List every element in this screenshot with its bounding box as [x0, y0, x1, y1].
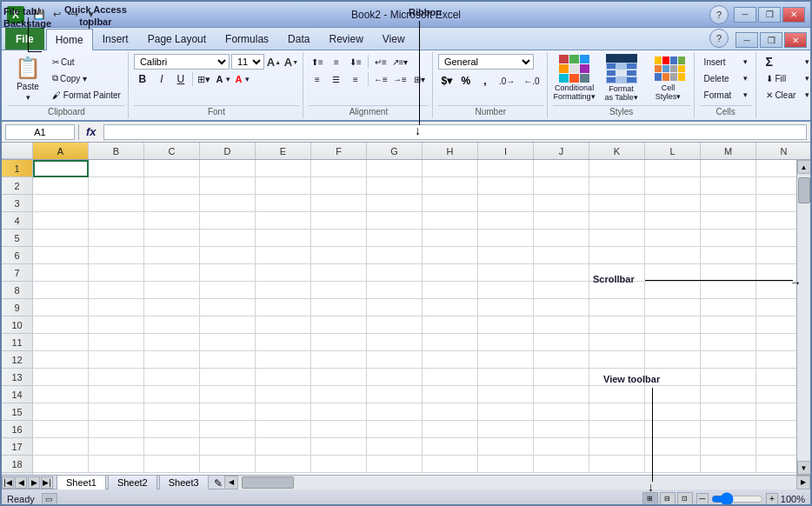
cell-L1[interactable] [645, 160, 701, 177]
align-bottom-button[interactable]: ⬇≡ [347, 54, 364, 70]
page-layout-indicator[interactable]: ▭ [42, 493, 57, 505]
insert-cells-button[interactable]: Insert▾ [700, 54, 752, 70]
page-break-view-button[interactable]: ⊡ [677, 492, 693, 506]
sheet-tab-1[interactable]: Sheet1 [57, 475, 106, 489]
sheet-first-button[interactable]: |◀ [2, 476, 14, 489]
number-format-select[interactable]: General [438, 54, 534, 70]
zoom-in-button[interactable]: + [766, 493, 778, 505]
font-grow-button[interactable]: A▲ [266, 54, 282, 70]
scroll-right-arrow[interactable]: ▶ [796, 476, 810, 489]
tab-data[interactable]: Data [278, 28, 319, 50]
row-num-8[interactable]: 8 [2, 282, 32, 299]
cell-H1[interactable] [423, 160, 478, 177]
scroll-thumb-h[interactable] [242, 476, 294, 489]
quick-access-dropdown[interactable]: ▾ [83, 7, 99, 23]
row-num-17[interactable]: 17 [2, 438, 32, 456]
row-num-3[interactable]: 3 [2, 195, 32, 212]
decrease-decimal-button[interactable]: ←.0 [520, 73, 542, 89]
font-shrink-button[interactable]: A▼ [283, 54, 299, 70]
align-middle-button[interactable]: ≡ [328, 54, 345, 70]
format-as-table-button[interactable]: Formatas Table▾ [600, 54, 643, 103]
scroll-thumb-v[interactable] [798, 177, 810, 203]
minimize-button[interactable]: ─ [734, 7, 756, 23]
orientation-button[interactable]: ↗≡▾ [391, 54, 409, 70]
conditional-formatting-button[interactable]: ConditionalFormatting▾ [553, 54, 596, 103]
merge-center-button[interactable]: ⊞▾ [410, 71, 429, 87]
tab-home[interactable]: Home [46, 29, 93, 50]
row-num-15[interactable]: 15 [2, 403, 32, 421]
ribbon-help-button[interactable]: ? [709, 29, 729, 48]
row-num-9[interactable]: 9 [2, 299, 32, 316]
clear-button[interactable]: ✕ Clear▾ [762, 87, 810, 103]
cell-styles-button[interactable]: CellStyles▾ [647, 54, 690, 103]
cell-C1[interactable] [144, 160, 200, 177]
normal-view-button[interactable]: ⊞ [642, 492, 658, 506]
scroll-up-arrow[interactable]: ▲ [797, 160, 811, 174]
cell-E1[interactable] [256, 160, 311, 177]
copy-button[interactable]: ⧉ Copy ▾ [49, 70, 124, 86]
row-num-2[interactable]: 2 [2, 177, 32, 195]
increase-indent-button[interactable]: →≡ [391, 71, 409, 87]
font-size-select[interactable]: 11 [231, 54, 264, 70]
italic-button[interactable]: I [153, 71, 170, 87]
tab-file[interactable]: File [5, 28, 44, 50]
sheet-tab-3[interactable]: Sheet3 [159, 475, 209, 489]
row-num-13[interactable]: 13 [2, 369, 32, 386]
tab-page-layout[interactable]: Page Layout [138, 28, 216, 50]
app-restore-button[interactable]: ❒ [760, 32, 782, 48]
tab-insert[interactable]: Insert [93, 28, 138, 50]
horizontal-scrollbar[interactable]: ◀ ▶ [224, 476, 810, 489]
col-header-L[interactable]: L [645, 143, 701, 159]
cut-button[interactable]: ✂ Cut [49, 54, 124, 70]
corner-cell[interactable] [2, 143, 33, 159]
format-cells-button[interactable]: Format▾ [700, 87, 752, 103]
col-header-J[interactable]: J [534, 143, 589, 159]
add-sheet-button[interactable]: ✎ [212, 476, 224, 489]
fill-button[interactable]: ⬇ Fill▾ [762, 70, 810, 86]
align-center-button[interactable]: ☰ [328, 71, 345, 87]
col-header-F[interactable]: F [311, 143, 367, 159]
cell-K1[interactable] [589, 160, 645, 177]
save-button[interactable]: 💾 [31, 7, 47, 23]
align-top-button[interactable]: ⬆≡ [309, 54, 326, 70]
bold-button[interactable]: B [134, 71, 151, 87]
redo-button[interactable]: ↪ [66, 7, 82, 23]
sheet-prev-button[interactable]: ◀ [15, 476, 27, 489]
dollar-button[interactable]: $▾ [438, 73, 456, 89]
restore-button[interactable]: ❒ [758, 7, 781, 23]
cell-N1[interactable] [756, 160, 796, 177]
cell-A1[interactable] [33, 160, 89, 177]
row-num-1[interactable]: 1 [2, 160, 32, 177]
vertical-scrollbar[interactable]: ▲ ▼ [796, 160, 810, 475]
row-num-16[interactable]: 16 [2, 421, 32, 438]
format-painter-button[interactable]: 🖌 Format Painter [49, 87, 124, 103]
formula-input[interactable] [103, 124, 807, 140]
cell-M1[interactable] [701, 160, 756, 177]
row-num-14[interactable]: 14 [2, 386, 32, 403]
sheet-last-button[interactable]: ▶| [41, 476, 53, 489]
align-left-button[interactable]: ≡ [309, 71, 326, 87]
col-header-H[interactable]: H [423, 143, 478, 159]
col-header-B[interactable]: B [89, 143, 144, 159]
col-header-G[interactable]: G [367, 143, 423, 159]
row-num-11[interactable]: 11 [2, 334, 32, 351]
zoom-out-button[interactable]: ─ [696, 493, 709, 505]
col-header-D[interactable]: D [200, 143, 256, 159]
comma-button[interactable]: , [476, 73, 494, 89]
undo-button[interactable]: ↩ [49, 7, 64, 23]
underline-button[interactable]: U [172, 71, 190, 87]
sheet-next-button[interactable]: ▶ [28, 476, 40, 489]
close-button[interactable]: ✕ [782, 7, 805, 23]
autosum-button[interactable]: Σ▾ [762, 54, 810, 70]
col-header-I[interactable]: I [478, 143, 534, 159]
tab-review[interactable]: Review [319, 28, 372, 50]
col-header-K[interactable]: K [589, 143, 645, 159]
fill-color-button[interactable]: A ▾ [215, 71, 232, 87]
font-name-select[interactable]: Calibri [134, 54, 230, 70]
cell-A2[interactable] [33, 177, 89, 195]
help-button[interactable]: ? [709, 5, 729, 24]
zoom-slider[interactable] [711, 496, 763, 503]
row-num-10[interactable]: 10 [2, 316, 32, 334]
row-num-7[interactable]: 7 [2, 264, 32, 282]
cell-I1[interactable] [478, 160, 534, 177]
